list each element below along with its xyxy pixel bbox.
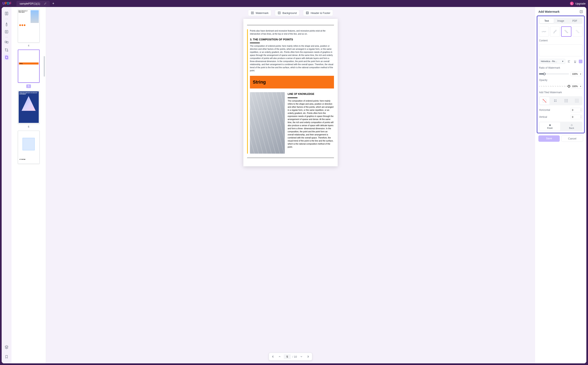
front-button[interactable]: ◈ Front (540, 122, 560, 130)
tile-none[interactable] (540, 97, 549, 105)
underline-icon[interactable] (573, 59, 578, 64)
align-icon[interactable] (566, 59, 571, 64)
background-tool[interactable]: Background (275, 10, 299, 16)
svg-rect-8 (306, 12, 308, 14)
thumb-num-5: 5 (26, 84, 31, 88)
opacity-label: Opacity (539, 79, 582, 82)
horizontal-label: Horizontal (539, 109, 550, 112)
first-page-icon[interactable] (270, 354, 276, 359)
scrollbar[interactable] (44, 56, 45, 77)
opacity-value[interactable]: 100%▾ (571, 84, 582, 89)
wm-style-diag2[interactable]: UPDF (561, 26, 571, 37)
bookmark-icon[interactable] (4, 354, 9, 360)
content-label: Content (539, 39, 582, 42)
tile-4x4[interactable] (572, 97, 582, 105)
column-heading: LINE OF KNOWLEDGE (288, 92, 334, 96)
left-rail (2, 7, 12, 363)
page-para1: The composition of ordered points: here … (250, 44, 334, 72)
new-tab-button[interactable]: + (52, 2, 54, 5)
tab-title: samplePDF(1)(1) (20, 2, 40, 5)
edit-text-icon[interactable] (4, 29, 9, 35)
thumb-num-4: 4 (28, 44, 29, 47)
page-view[interactable]: Points also have dominant and recessive … (243, 19, 338, 166)
opacity-slider[interactable] (539, 86, 569, 87)
ratio-slider[interactable] (539, 74, 569, 74)
prev-page-icon[interactable] (276, 354, 283, 359)
page-image (250, 92, 285, 154)
reader-icon[interactable] (4, 11, 9, 16)
vertical-input[interactable]: 0 (571, 115, 582, 119)
thumb-num-6: 6 (28, 125, 29, 128)
organize-icon[interactable] (4, 40, 9, 45)
color-swatch[interactable] (579, 60, 582, 63)
cancel-button[interactable]: Cancel (561, 135, 583, 142)
tab-text[interactable]: Text (540, 18, 554, 23)
thumbnail-panel: Basic Elements of Plane Space 4 String 5 (12, 7, 46, 363)
ratio-label: Ratio of Watermark (539, 66, 582, 69)
page-navigator: / 10 (269, 353, 312, 360)
back-button[interactable]: ◇ Back (561, 122, 582, 130)
topbar: UPDF samplePDF(1)(1) + L Upgrade (0, 0, 588, 7)
avatar: L (570, 2, 574, 5)
save-button[interactable]: Save (538, 135, 560, 142)
upgrade-button[interactable]: L Upgrade (570, 2, 586, 5)
tile-3x3[interactable] (561, 97, 571, 105)
last-page-icon[interactable] (305, 354, 311, 359)
thumbnail-page-6[interactable]: PRISM DECOMPOSITI ON SUNLIGHT EXPERIMENT (18, 91, 40, 124)
wm-style-diag3[interactable]: UPDF (573, 26, 582, 37)
edit-icon[interactable] (44, 2, 47, 5)
page-tools-icon[interactable] (4, 55, 9, 60)
string-heading: String (250, 76, 334, 89)
wm-style-diag1[interactable]: UPDF (550, 26, 560, 37)
watermark-type-tabs: Text Image PDF (539, 18, 582, 24)
column-text: The composition of ordered points: here … (288, 99, 334, 148)
page-total: 10 (294, 355, 298, 358)
header-footer-tool[interactable]: Header & Footer (303, 10, 333, 16)
next-page-icon[interactable] (298, 354, 305, 359)
tile-2x2[interactable] (551, 97, 560, 105)
panel-title: Add Watermark (538, 10, 559, 13)
canvas-area: Watermark Background Header & Footer Poi… (46, 7, 535, 363)
svg-rect-11 (580, 10, 582, 13)
front-icon: ◈ (549, 124, 551, 126)
layers-icon[interactable] (4, 344, 9, 350)
svg-rect-2 (7, 41, 8, 43)
page-heading: 3. THE COMPOSITION OF POINTS (250, 38, 334, 41)
svg-rect-1 (5, 41, 7, 43)
tab-pdf[interactable]: PDF (568, 18, 582, 23)
page-input[interactable] (284, 354, 291, 359)
app-logo[interactable]: UPDF (2, 2, 12, 5)
annotate-icon[interactable] (4, 21, 9, 27)
font-select[interactable]: Helvetica - Re…▾ (539, 59, 565, 64)
upgrade-label: Upgrade (575, 2, 586, 5)
thumbnail-page-4[interactable]: Basic Elements of Plane Space (18, 9, 40, 42)
page-intro: Points also have dominant and recessive … (250, 29, 334, 35)
crop-icon[interactable] (4, 47, 9, 53)
back-icon: ◇ (571, 124, 573, 126)
wm-style-horizontal[interactable]: UPDF (539, 26, 549, 37)
tile-label: Add Tiled Watermark (539, 91, 582, 94)
vertical-label: Vertical (539, 116, 547, 118)
document-tab[interactable]: samplePDF(1)(1) (16, 1, 50, 6)
content-input[interactable] (539, 44, 582, 56)
collapse-panel-icon[interactable] (579, 10, 583, 14)
ratio-value[interactable]: 100%▾ (571, 72, 582, 76)
svg-rect-7 (279, 12, 280, 13)
thumbnail-page-5[interactable]: String (18, 49, 40, 83)
watermark-panel: Add Watermark Text Image PDF UPDF UPDF U… (535, 7, 586, 363)
watermark-tool[interactable]: Watermark (248, 10, 271, 16)
tab-image[interactable]: Image (554, 18, 568, 23)
horizontal-input[interactable]: 0 (571, 108, 582, 112)
thumbnail-page-7[interactable]: AT THETIME (18, 131, 40, 164)
